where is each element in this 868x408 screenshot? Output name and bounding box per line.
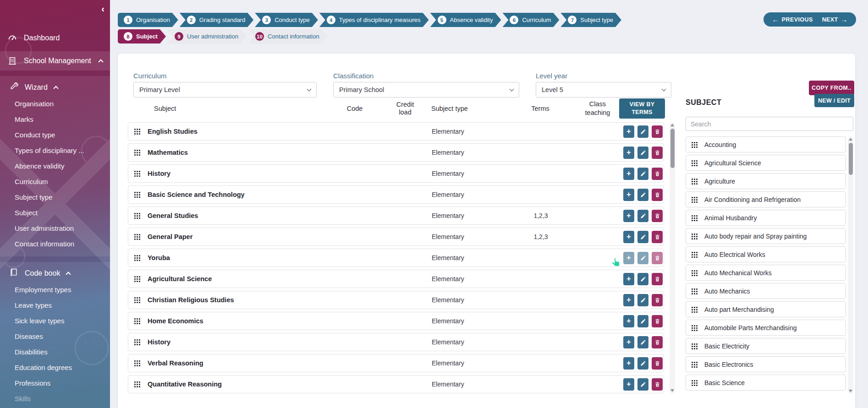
sidebar-item-employment-types[interactable]: Employment types xyxy=(0,282,110,298)
drag-handle-icon[interactable] xyxy=(691,160,698,166)
drag-handle-icon[interactable] xyxy=(691,233,698,239)
subject-search-input[interactable] xyxy=(686,117,853,131)
scroll-down-arrow[interactable] xyxy=(849,390,852,392)
drag-handle-icon[interactable] xyxy=(134,212,140,219)
delete-button[interactable] xyxy=(652,168,663,180)
subject-list-item[interactable]: Basic Science xyxy=(686,375,846,391)
add-button[interactable]: + xyxy=(623,294,634,306)
drag-handle-icon[interactable] xyxy=(691,215,698,221)
delete-button[interactable] xyxy=(652,378,663,391)
step-6[interactable]: 6Curriculum xyxy=(502,13,559,27)
add-button[interactable]: + xyxy=(623,252,634,264)
sidebar-item-user-administration[interactable]: User administration xyxy=(0,221,110,236)
drag-handle-icon[interactable] xyxy=(691,196,698,203)
sidebar-item-curriculum[interactable]: Curriculum xyxy=(0,174,110,190)
drag-handle-icon[interactable] xyxy=(134,255,140,261)
subject-list-item[interactable]: Basic Electronics xyxy=(686,356,846,372)
add-button[interactable]: + xyxy=(623,231,634,243)
add-button[interactable]: + xyxy=(623,210,634,222)
classification-select[interactable]: Primary School xyxy=(333,82,519,98)
subject-list-item[interactable]: Auto Mechanics xyxy=(686,283,846,299)
level-year-select[interactable]: Level 5 xyxy=(536,82,671,98)
step-8[interactable]: 8Subject xyxy=(118,29,166,44)
subject-list-item[interactable]: Auto Electrical Works xyxy=(686,246,846,262)
delete-button[interactable] xyxy=(652,357,663,370)
drag-handle-icon[interactable] xyxy=(134,318,140,324)
step-9[interactable]: 9User administration xyxy=(167,29,247,44)
sidebar-item-absence-validity[interactable]: Absence validity xyxy=(0,158,110,174)
edit-button[interactable] xyxy=(637,357,648,370)
drag-handle-icon[interactable] xyxy=(691,306,698,313)
step-4[interactable]: 4Types of disciplinary measures xyxy=(319,13,429,27)
table-scrollbar[interactable] xyxy=(670,122,675,393)
delete-button[interactable] xyxy=(652,315,663,327)
step-3[interactable]: 3Conduct type xyxy=(255,13,318,27)
view-by-terms-button[interactable]: VIEW BY TERMS xyxy=(619,98,665,119)
sidebar-item-code-book[interactable]: Code book xyxy=(0,265,110,282)
sidebar-item-leave-types[interactable]: Leave types xyxy=(0,298,110,313)
drag-handle-icon[interactable] xyxy=(691,270,698,276)
delete-button[interactable] xyxy=(652,252,663,264)
step-1[interactable]: 1Organisation xyxy=(118,13,178,27)
edit-button[interactable] xyxy=(637,210,648,222)
subject-list-scrollbar-thumb[interactable] xyxy=(849,143,853,175)
edit-button[interactable] xyxy=(637,189,648,201)
scroll-down-arrow[interactable] xyxy=(670,389,674,392)
table-scrollbar-thumb[interactable] xyxy=(670,129,675,168)
sidebar-item-school-management[interactable]: School Management xyxy=(0,51,110,71)
edit-button[interactable] xyxy=(637,231,648,243)
sidebar-item-education-degrees[interactable]: Education degrees xyxy=(0,360,110,375)
new-edit-button[interactable]: NEW / EDIT xyxy=(814,94,854,107)
add-button[interactable]: + xyxy=(623,378,634,391)
subject-list-item[interactable]: Animal Husbandry xyxy=(686,210,846,226)
step-7[interactable]: 7Subject type xyxy=(560,13,621,27)
drag-handle-icon[interactable] xyxy=(134,149,140,156)
copy-from-button[interactable]: COPY FROM.. xyxy=(809,81,854,95)
edit-button[interactable] xyxy=(637,294,648,306)
subject-list-item[interactable]: Automobile Parts Merchandising xyxy=(686,320,846,336)
add-button[interactable]: + xyxy=(623,336,634,348)
drag-handle-icon[interactable] xyxy=(134,234,140,240)
step-10[interactable]: 10Contact information xyxy=(248,29,328,44)
subject-list-item[interactable]: Accounting xyxy=(686,136,846,152)
drag-handle-icon[interactable] xyxy=(691,380,698,386)
sidebar-item-professions[interactable]: Professions xyxy=(0,375,110,391)
drag-handle-icon[interactable] xyxy=(134,276,140,282)
sidebar-item-sick-leave-types[interactable]: Sick leave types xyxy=(0,313,110,329)
drag-handle-icon[interactable] xyxy=(691,288,698,294)
previous-button[interactable]: ← PREVIOUS xyxy=(772,16,813,23)
subject-list-item[interactable]: Agricultural Science xyxy=(686,155,846,171)
scroll-up-arrow[interactable] xyxy=(670,124,674,126)
sidebar-item-marks[interactable]: Marks xyxy=(0,112,110,127)
scroll-up-arrow[interactable] xyxy=(849,138,852,141)
subject-list-item[interactable]: Auto Mechanical Works xyxy=(686,265,846,281)
drag-handle-icon[interactable] xyxy=(691,141,698,148)
edit-button[interactable] xyxy=(637,273,648,285)
delete-button[interactable] xyxy=(652,231,663,243)
drag-handle-icon[interactable] xyxy=(691,251,698,258)
step-5[interactable]: 5Absence validity xyxy=(430,13,501,27)
edit-button[interactable] xyxy=(637,168,648,180)
subject-list-item[interactable]: Agriculture xyxy=(686,173,846,189)
add-button[interactable]: + xyxy=(623,357,634,370)
drag-handle-icon[interactable] xyxy=(691,361,698,368)
delete-button[interactable] xyxy=(652,294,663,306)
drag-handle-icon[interactable] xyxy=(134,128,140,135)
sidebar-item-wizard[interactable]: Wizard xyxy=(0,79,110,96)
drag-handle-icon[interactable] xyxy=(134,297,140,303)
add-button[interactable]: + xyxy=(623,273,634,285)
add-button[interactable]: + xyxy=(623,315,634,327)
edit-button[interactable] xyxy=(637,378,648,391)
delete-button[interactable] xyxy=(652,125,663,138)
subject-list-item[interactable]: Auto body repair and Spray painting xyxy=(686,228,846,244)
curriculum-select[interactable]: Primary Level xyxy=(133,82,317,98)
delete-button[interactable] xyxy=(652,336,663,348)
sidebar-item-conduct-type[interactable]: Conduct type xyxy=(0,127,110,143)
sidebar-item-skills[interactable]: Skills xyxy=(0,391,110,407)
delete-button[interactable] xyxy=(652,147,663,159)
subject-list-item[interactable]: Air Conditioning and Refrigeration xyxy=(686,191,846,207)
drag-handle-icon[interactable] xyxy=(134,360,140,366)
edit-button[interactable] xyxy=(637,315,648,327)
add-button[interactable]: + xyxy=(623,125,634,138)
drag-handle-icon[interactable] xyxy=(691,325,698,331)
